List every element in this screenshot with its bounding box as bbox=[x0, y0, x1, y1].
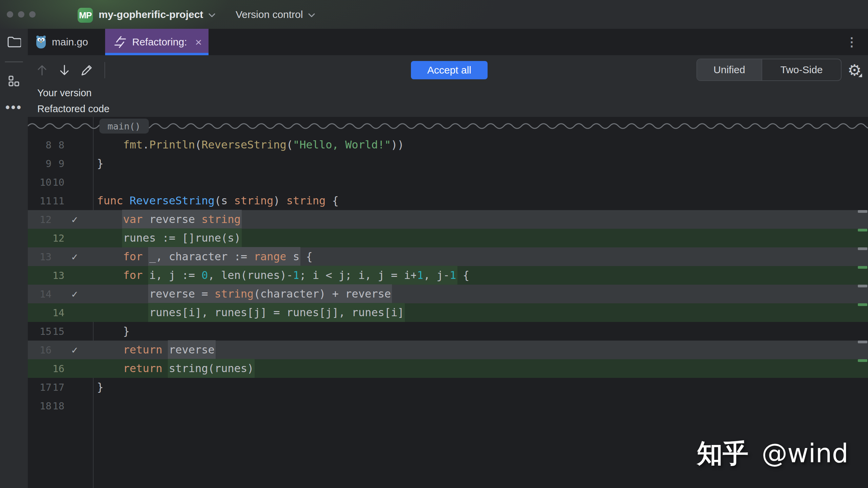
chevron-down-icon bbox=[208, 13, 216, 18]
window-zoom-button[interactable] bbox=[29, 11, 36, 18]
scroll-marker-old[interactable] bbox=[858, 285, 867, 287]
structure-icon bbox=[8, 75, 20, 87]
ide-window: { "title_bar": { "project_initials": "MP… bbox=[0, 0, 868, 488]
code-line[interactable]: return reverse bbox=[94, 341, 868, 359]
chevron-down-icon bbox=[308, 13, 316, 18]
gutter: 16✓ bbox=[28, 341, 94, 359]
line-number-right: 13 bbox=[52, 270, 64, 281]
view-mode-unified[interactable]: Unified bbox=[697, 59, 762, 80]
accepted-check-icon: ✓ bbox=[64, 214, 85, 225]
title-bar: MP my-gopherific-project Version control bbox=[0, 0, 868, 29]
diff-row-14: 14✓ reverse = string(character) + revers… bbox=[28, 285, 868, 303]
ellipsis-icon: ••• bbox=[5, 100, 22, 115]
active-tab-indicator bbox=[105, 53, 209, 55]
code-line[interactable]: return string(runes) bbox=[94, 359, 868, 378]
diff-row-18: 1818 bbox=[28, 396, 868, 415]
code-line[interactable]: } bbox=[94, 154, 868, 173]
line-number-right: 10 bbox=[52, 177, 64, 188]
tab-refactoring[interactable]: Refactoring: × bbox=[105, 29, 209, 55]
scroll-marker-new[interactable] bbox=[858, 266, 867, 269]
line-number-left: 8 bbox=[28, 139, 52, 151]
gutter: 14 bbox=[28, 303, 94, 322]
code-line[interactable]: var reverse string bbox=[94, 210, 868, 229]
scroll-marker-old[interactable] bbox=[858, 341, 867, 343]
view-mode-two-side[interactable]: Two-Side bbox=[762, 59, 841, 80]
collapsed-region-label[interactable]: main() bbox=[99, 119, 149, 134]
code-line[interactable]: runes := []rune(s) bbox=[94, 229, 868, 247]
previous-change-arrow-up-icon[interactable] bbox=[35, 63, 49, 77]
edit-pencil-icon[interactable] bbox=[80, 63, 94, 77]
diff-row-12: 12✓ var reverse string bbox=[28, 210, 868, 229]
scroll-marker-old[interactable] bbox=[858, 210, 867, 213]
code-line[interactable]: fmt.Println(ReverseString("Hello, World!… bbox=[94, 136, 868, 154]
line-number-left: 16 bbox=[28, 344, 52, 356]
line-number-left: 13 bbox=[28, 251, 52, 263]
line-number-right: 14 bbox=[52, 307, 64, 319]
tab-options-kebab-icon[interactable]: ⋮ bbox=[846, 29, 858, 55]
line-number-right: 11 bbox=[52, 195, 64, 207]
next-change-arrow-down-icon[interactable] bbox=[58, 63, 71, 77]
gutter: 16 bbox=[28, 359, 94, 378]
watermark-user: @wind bbox=[762, 438, 848, 468]
line-number-right: 15 bbox=[52, 326, 64, 337]
window-minimize-button[interactable] bbox=[18, 11, 24, 18]
gutter: 99 bbox=[28, 154, 94, 173]
more-tool-windows-button[interactable]: ••• bbox=[0, 97, 28, 118]
diff-editor: main()88 fmt.Println(ReverseString("Hell… bbox=[28, 117, 868, 488]
close-icon[interactable]: × bbox=[195, 36, 202, 48]
line-number-right: 16 bbox=[52, 363, 64, 374]
toolbar-separator bbox=[104, 62, 105, 78]
scroll-marker-new[interactable] bbox=[858, 359, 867, 362]
code-line[interactable]: func ReverseString(s string) string { bbox=[94, 191, 868, 210]
project-selector[interactable]: my-gopherific-project bbox=[99, 0, 216, 29]
diff-row-17: 1717} bbox=[28, 378, 868, 396]
code-line[interactable] bbox=[94, 396, 868, 415]
gutter: 12 bbox=[28, 229, 94, 247]
watermark-brand: 知乎 bbox=[697, 438, 748, 468]
tab-main-go[interactable]: main.go bbox=[28, 29, 105, 55]
line-number-left: 18 bbox=[28, 400, 52, 412]
line-number-left: 10 bbox=[28, 177, 52, 188]
gutter: 88 bbox=[28, 136, 94, 154]
scroll-marker-new[interactable] bbox=[858, 229, 867, 231]
gutter: 1818 bbox=[28, 396, 94, 415]
code-line[interactable]: reverse = string(character) + reverse bbox=[94, 285, 868, 303]
code-line[interactable]: } bbox=[94, 322, 868, 341]
project-tool-window-button[interactable] bbox=[0, 29, 28, 55]
gear-dropdown-triangle bbox=[859, 74, 862, 77]
code-line[interactable]: for i, j := 0, len(runes)-1; i < j; i, j… bbox=[94, 266, 868, 285]
code-line[interactable]: } bbox=[94, 378, 868, 396]
code-line[interactable] bbox=[94, 173, 868, 191]
settings-gear-icon[interactable]: ⚙ bbox=[846, 62, 863, 78]
line-number-left: 14 bbox=[28, 288, 52, 300]
diff-row-8: 88 fmt.Println(ReverseString("Hello, Wor… bbox=[28, 136, 868, 154]
gutter: 1717 bbox=[28, 378, 94, 396]
refactor-arrows-icon bbox=[113, 35, 127, 49]
window-close-button[interactable] bbox=[7, 11, 13, 18]
tab-label: Refactoring: bbox=[132, 36, 187, 48]
left-tool-window-stripe: ••• bbox=[0, 55, 28, 488]
scroll-marker-old[interactable] bbox=[858, 247, 867, 250]
diff-row-9: 99} bbox=[28, 154, 868, 173]
go-gopher-icon bbox=[35, 35, 47, 49]
gutter: 13 bbox=[28, 266, 94, 285]
gutter: 1515 bbox=[28, 322, 94, 341]
code-line[interactable]: runes[i], runes[j] = runes[j], runes[i] bbox=[94, 303, 868, 322]
structure-tool-button[interactable] bbox=[0, 70, 28, 92]
window-controls bbox=[7, 11, 36, 18]
scroll-marker-new[interactable] bbox=[858, 303, 867, 306]
diff-row-16: 16 return string(runes) bbox=[28, 359, 868, 378]
line-number-right: 9 bbox=[52, 158, 64, 169]
diff-row-11: 1111func ReverseString(s string) string … bbox=[28, 191, 868, 210]
diff-navigation bbox=[35, 62, 105, 78]
code-line[interactable]: for _, character := range s { bbox=[94, 247, 868, 266]
line-number-right: 18 bbox=[52, 400, 64, 412]
code-rows: main()88 fmt.Println(ReverseString("Hell… bbox=[28, 117, 868, 415]
gutter: 12✓ bbox=[28, 210, 94, 229]
editor-tab-bar: main.go Refactoring: × ⋮ bbox=[0, 29, 868, 55]
gutter: 1111 bbox=[28, 191, 94, 210]
version-control-menu[interactable]: Version control bbox=[236, 0, 316, 29]
accept-all-button[interactable]: Accept all bbox=[411, 61, 488, 79]
gutter: 1010 bbox=[28, 173, 94, 191]
line-number-right: 12 bbox=[52, 232, 64, 244]
